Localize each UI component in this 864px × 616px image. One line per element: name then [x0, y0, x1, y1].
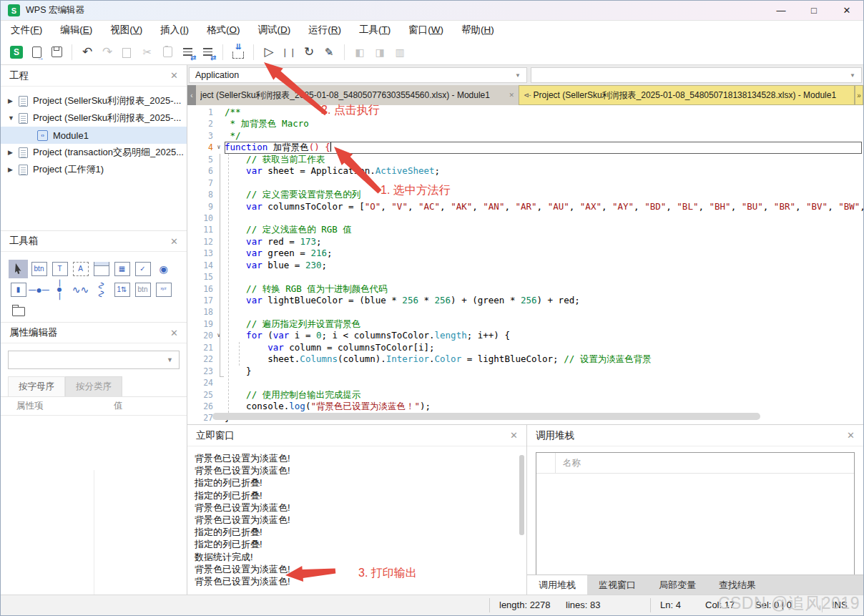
code-line-15[interactable]: 15 — [187, 271, 863, 283]
horizontal-scrollbar[interactable] — [212, 413, 760, 420]
code-editor[interactable]: 1/**2 * 加背景色 Macro3 */4∨function 加背景色() … — [187, 105, 863, 424]
immediate-window-close-icon[interactable]: ✕ — [510, 430, 518, 441]
tab-scroll-right-icon[interactable]: » — [855, 85, 863, 105]
code-line-3[interactable]: 3 */ — [187, 130, 863, 142]
tab-局部变量[interactable]: 局部变量 — [647, 575, 707, 595]
menu-item-w[interactable]: 窗口(W) — [408, 24, 443, 36]
spinner-tool-icon[interactable]: 1⇅ — [112, 280, 132, 299]
code-line-16[interactable]: 16 // 转换 RGB 值为十进制颜色代码 — [187, 283, 863, 295]
wps-logo-icon[interactable]: S — [6, 42, 26, 62]
textbox-tool-icon[interactable]: T — [50, 260, 69, 278]
to-code-alt-icon[interactable] — [197, 42, 217, 62]
vslider-tool-icon[interactable]: ─●─ — [50, 280, 69, 299]
label-tool-icon[interactable]: A — [71, 260, 90, 278]
run-icon[interactable]: ▷ — [259, 42, 279, 62]
tab-sort-category[interactable]: 按分类序 — [65, 376, 122, 396]
tab-scroll-left-icon[interactable]: ‹ — [187, 85, 196, 105]
code-line-9[interactable]: 9 var columnsToColor = ["O", "V", "AC", … — [187, 201, 863, 212]
property-object-combo[interactable]: ▼ — [8, 351, 180, 369]
code-line-26[interactable]: 26 console.log("背景色已设置为淡蓝色！"); — [187, 401, 863, 412]
property-panel-close-icon[interactable]: ✕ — [170, 328, 178, 338]
code-line-8[interactable]: 8 // 定义需要设置背景色的列 — [187, 189, 863, 200]
frame-tool-icon[interactable] — [92, 260, 111, 278]
code-line-25[interactable]: 25 // 使用控制台输出完成提示 — [187, 389, 863, 401]
call-stack-close-icon[interactable]: ✕ — [847, 430, 855, 441]
toolbox-panel-close-icon[interactable]: ✕ — [170, 236, 178, 247]
menu-item-f[interactable]: 文件(F) — [11, 24, 42, 36]
tab-close-icon[interactable]: ✕ — [509, 92, 514, 99]
code-line-4[interactable]: 4∨function 加背景色() { — [187, 142, 863, 153]
tab-监视窗口[interactable]: 监视窗口 — [587, 575, 647, 595]
chevron-expanded-icon[interactable]: ▼ — [8, 114, 19, 122]
minimize-button[interactable]: — — [765, 1, 797, 20]
checkbox-tool-icon[interactable]: ✓ — [133, 260, 152, 278]
tab-查找结果[interactable]: 查找结果 — [707, 575, 767, 595]
tree-item-project-0[interactable]: ▶Project (SellerSku利润报表_2025-... — [1, 92, 187, 109]
hslider-tool-icon[interactable]: ─●─ — [29, 280, 49, 299]
pointer-tool-icon[interactable] — [9, 260, 28, 278]
code-line-11[interactable]: 11 // 定义浅蓝色的 RGB 值 — [187, 224, 863, 235]
tab-调用堆栈[interactable]: 调用堆栈 — [527, 575, 587, 595]
menu-item-o[interactable]: 格式(O) — [207, 24, 240, 36]
code-line-21[interactable]: 21 var column = columnsToColor[i]; — [187, 342, 863, 353]
radio-tool-icon[interactable]: ◉ — [154, 260, 173, 278]
vspring-tool-icon[interactable]: ∿∿ — [92, 280, 111, 299]
page-tool-icon[interactable]: ▮ — [9, 280, 28, 299]
hspring-tool-icon[interactable]: ∿∿ — [71, 280, 90, 299]
menu-item-e[interactable]: 编辑(E) — [60, 24, 92, 36]
canvas-tool-icon[interactable]: ˣʸᶻ — [154, 280, 173, 299]
event-dropdown[interactable]: ▼ — [531, 67, 862, 83]
chevron-collapsed-icon[interactable]: ▶ — [8, 149, 19, 156]
tree-item-module1[interactable]: ‹›Module1 — [1, 127, 187, 144]
folder-tool-icon[interactable] — [9, 301, 28, 320]
code-line-10[interactable]: 10 — [187, 212, 863, 224]
to-code-icon[interactable] — [177, 42, 197, 62]
chevron-collapsed-icon[interactable]: ▶ — [8, 97, 19, 104]
code-line-23[interactable]: 23 } — [187, 366, 863, 377]
code-line-24[interactable]: 24 — [187, 377, 863, 388]
menu-item-r[interactable]: 运行(R) — [308, 24, 341, 36]
editor-tab-module1-b[interactable]: ⊲- Project (SellerSku利润报表_2025-01-08_548… — [519, 85, 855, 105]
code-line-12[interactable]: 12 var red = 173; — [187, 236, 863, 248]
chevron-collapsed-icon[interactable]: ▶ — [8, 166, 19, 173]
code-line-5[interactable]: 5 // 获取当前工作表 — [187, 154, 863, 165]
tab-sort-alphabetical[interactable]: 按字母序 — [8, 376, 65, 396]
menu-item-v[interactable]: 视图(V) — [110, 24, 142, 36]
undo-icon[interactable]: ↶ — [77, 42, 97, 62]
syntax-check-icon[interactable]: ✎✓ — [319, 42, 339, 62]
grid-tool-icon[interactable]: ▦ — [112, 260, 132, 278]
import-macro-icon[interactable] — [228, 42, 248, 62]
code-line-14[interactable]: 14 var blue = 230; — [187, 260, 863, 271]
close-button[interactable]: ✕ — [830, 1, 863, 20]
menu-item-h[interactable]: 帮助(H) — [461, 24, 494, 36]
fold-chevron-icon[interactable]: ∨ — [213, 142, 225, 153]
maximize-button[interactable]: □ — [797, 1, 830, 20]
tree-item-project-4[interactable]: ▶Project (工作簿1) — [1, 161, 187, 178]
menu-item-d[interactable]: 调试(D) — [258, 24, 291, 36]
save-icon[interactable] — [46, 42, 67, 62]
code-line-22[interactable]: 22 sheet.Columns(column).Interior.Color … — [187, 353, 863, 365]
tree-item-project-1[interactable]: ▼Project (SellerSku利润报表_2025-... — [1, 109, 187, 127]
menu-item-i[interactable]: 插入(I) — [160, 24, 189, 36]
code-line-2[interactable]: 2 * 加背景色 Macro — [187, 118, 863, 129]
code-line-17[interactable]: 17 var lightBlueColor = (blue * 256 * 25… — [187, 295, 863, 306]
code-line-7[interactable]: 7 — [187, 177, 863, 189]
pause-icon[interactable]: ❘❘ — [279, 42, 299, 62]
code-line-20[interactable]: 20∨ for (var i = 0; i < columnsToColor.l… — [187, 330, 863, 341]
immediate-scrollbar[interactable] — [519, 455, 524, 535]
code-line-6[interactable]: 6 var sheet = Application.ActiveSheet; — [187, 165, 863, 177]
code-line-18[interactable]: 18 — [187, 306, 863, 318]
object-dropdown[interactable]: Application ▼ — [189, 67, 527, 83]
code-line-19[interactable]: 19 // 遍历指定列并设置背景色 — [187, 318, 863, 330]
code-line-1[interactable]: 1/** — [187, 107, 863, 118]
editor-tab-module1-a[interactable]: ject (SellerSku利润报表_2025-01-08_548050776… — [196, 85, 519, 105]
button-tool-icon[interactable]: btn — [29, 260, 49, 278]
project-panel-close-icon[interactable]: ✕ — [170, 70, 178, 81]
menu-item-t[interactable]: 工具(T) — [359, 24, 391, 36]
new-file-icon[interactable] — [26, 42, 46, 62]
button2-tool-icon[interactable]: btn — [133, 280, 152, 299]
tree-item-project-3[interactable]: ▶Project (transaction交易明细_2025... — [1, 144, 187, 161]
fold-chevron-icon[interactable]: ∨ — [213, 330, 225, 341]
code-line-13[interactable]: 13 var green = 216; — [187, 248, 863, 259]
reset-icon[interactable]: ↻ — [299, 42, 319, 62]
